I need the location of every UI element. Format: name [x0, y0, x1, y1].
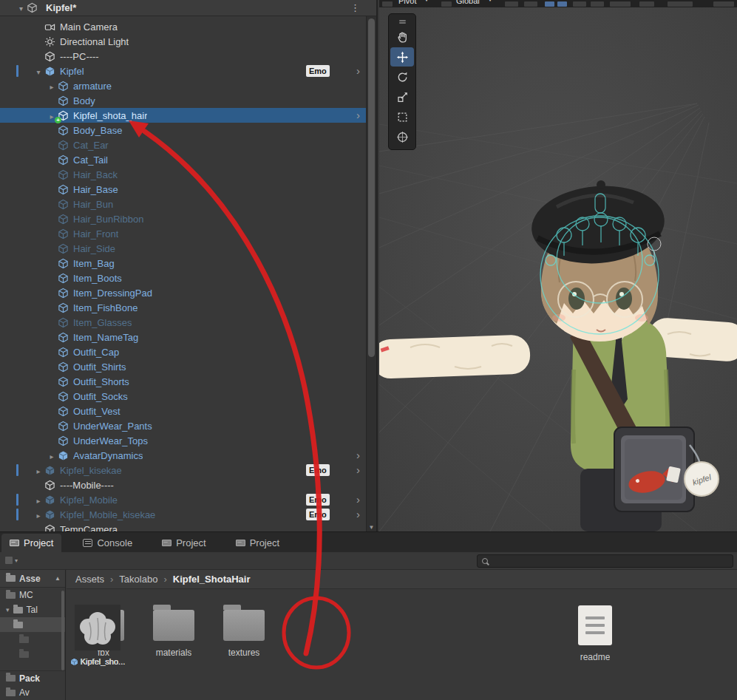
hierarchy-item-cat-tail[interactable]: Cat_Tail — [0, 152, 366, 167]
scroll-down-icon[interactable]: ▼ — [367, 524, 376, 531]
sidebar-scrollbar-thumb[interactable] — [61, 591, 64, 670]
tab-project-active[interactable]: Project — [1, 534, 61, 552]
sidebar-item-selected-folder[interactable] — [0, 617, 65, 632]
hierarchy-item-item-dressingpad[interactable]: Item_DressingPad — [0, 285, 366, 300]
chevron-right-icon[interactable] — [356, 492, 360, 507]
sidebar-item-assets[interactable]: Asse▲ — [0, 570, 65, 588]
global-icon[interactable] — [441, 1, 452, 7]
create-asset-button[interactable]: ▾ — [5, 557, 18, 564]
expand-arrow-icon[interactable] — [33, 509, 44, 520]
toolbar-dropdown-icon[interactable] — [610, 1, 631, 7]
sidebar-item-partial[interactable] — [0, 647, 65, 662]
hierarchy-item-underwear-tops[interactable]: UnderWear_Tops — [0, 433, 366, 448]
hierarchy-item-kipfel-shota-hair[interactable]: Kipfel_shota_hair — [0, 108, 366, 123]
hierarchy-item-kipfel-mobile-kisekae[interactable]: Kipfel_Mobile_kisekaeEmo — [0, 507, 366, 522]
breadcrumb-takolabo[interactable]: Takolabo — [119, 574, 157, 585]
chevron-right-icon[interactable] — [356, 64, 360, 78]
scene-collapse-arrow-icon[interactable] — [19, 2, 23, 13]
pivot-caret-icon[interactable]: ▾ — [425, 0, 428, 3]
move-tool[interactable] — [390, 47, 414, 67]
expand-arrow-icon[interactable] — [33, 66, 44, 77]
search-input[interactable] — [492, 556, 733, 566]
tool-handle-icon[interactable] — [382, 1, 393, 7]
sidebar-item-tal[interactable]: ▾Tal — [0, 602, 65, 617]
hierarchy-item-hair-bun[interactable]: Hair_Bun — [0, 197, 366, 211]
transform-tool[interactable] — [390, 127, 414, 146]
sidebar-item-mc[interactable]: MC — [0, 588, 65, 602]
folder-item-materials[interactable]: materials — [142, 599, 206, 658]
toolbar-drag-handle[interactable] — [390, 16, 414, 27]
hierarchy-item-item-nametag[interactable]: Item_NameTag — [0, 330, 366, 344]
hierarchy-item-body-base[interactable]: Body_Base — [0, 123, 366, 137]
sidebar-item-av[interactable]: Av — [0, 685, 65, 700]
scrollbar-thumb[interactable] — [368, 18, 375, 357]
hierarchy-item-main-camera[interactable]: Main Camera — [0, 19, 366, 34]
hierarchy-item-cat-ear[interactable]: Cat_Ear — [0, 137, 366, 152]
hierarchy-item-hair-bunribbon[interactable]: Hair_BunRibbon — [0, 211, 366, 226]
toolbar-toggle-icon[interactable] — [524, 1, 537, 7]
toolbar-toggle-on-icon[interactable] — [545, 1, 554, 7]
hierarchy-item-kipfel[interactable]: KipfelEmo — [0, 64, 366, 78]
context-menu-icon[interactable]: ⋮ — [350, 2, 360, 13]
chevron-right-icon[interactable] — [356, 507, 360, 522]
scene-viewport[interactable]: kipfel — [379, 0, 737, 531]
hierarchy-item-hair-side[interactable]: Hair_Side — [0, 241, 366, 256]
hierarchy-item-pc-separator[interactable]: ----PC---- — [0, 49, 366, 64]
chevron-right-icon[interactable] — [356, 448, 360, 463]
sidebar-item-packages[interactable]: Pack — [0, 670, 65, 685]
scale-tool[interactable] — [390, 87, 414, 106]
toolbar-toggle-icon[interactable] — [505, 1, 518, 7]
expand-arrow-icon[interactable] — [33, 465, 44, 476]
global-caret-icon[interactable]: ▾ — [489, 0, 492, 3]
hierarchy-scrollbar[interactable]: ▼ — [366, 16, 376, 531]
hierarchy-item-item-fishbone[interactable]: Item_FishBone — [0, 300, 366, 315]
rect-tool[interactable] — [390, 107, 414, 126]
chevron-right-icon[interactable] — [356, 463, 360, 478]
tab-project-2[interactable]: Project — [154, 534, 214, 552]
expand-arrow-icon[interactable] — [46, 81, 58, 92]
hierarchy-item-item-glasses[interactable]: Item_Glasses — [0, 315, 366, 330]
asset-item-hair-gray[interactable]: Kipfel_sho... — [66, 599, 129, 666]
global-button[interactable]: Global — [456, 0, 480, 5]
hierarchy-item-outfit-socks[interactable]: Outfit_Socks — [0, 389, 366, 404]
expand-arrow-icon[interactable] — [46, 450, 58, 461]
asset-item-readme[interactable]: readme — [563, 599, 627, 662]
hierarchy-item-tempcamera[interactable]: TempCamera — [0, 522, 366, 531]
toolbar-dropdown-icon[interactable] — [668, 1, 693, 7]
sidebar-item-partial[interactable] — [0, 632, 65, 647]
rotate-tool[interactable] — [390, 67, 414, 86]
chevron-right-icon[interactable] — [356, 108, 360, 123]
hierarchy-item-item-boots[interactable]: Item_Boots — [0, 271, 366, 285]
hierarchy-item-outfit-cap[interactable]: Outfit_Cap — [0, 344, 366, 359]
hierarchy-scene-header[interactable]: Kipfel* ⋮ — [0, 0, 376, 16]
tab-console[interactable]: Console — [75, 534, 140, 552]
tab-project-3[interactable]: Project — [228, 534, 288, 552]
hierarchy-item-directional-light[interactable]: Directional Light — [0, 34, 366, 49]
hierarchy-item-kipfel-mobile[interactable]: Kipfel_MobileEmo — [0, 492, 366, 507]
view-hand-tool[interactable] — [390, 27, 414, 47]
hierarchy-item-mobile-separator[interactable]: ----Mobile---- — [0, 478, 366, 492]
hierarchy-item-body[interactable]: Body — [0, 93, 366, 108]
breadcrumb-assets[interactable]: Assets — [75, 574, 104, 585]
toolbar-toggle-on-icon[interactable] — [557, 1, 567, 7]
hierarchy-item-outfit-shirts[interactable]: Outfit_Shirts — [0, 359, 366, 374]
hierarchy-item-armature[interactable]: armature — [0, 78, 366, 93]
toolbar-dropdown-icon[interactable] — [713, 1, 734, 7]
expand-arrow-icon[interactable]: ▾ — [6, 606, 10, 614]
toolbar-toggle-icon[interactable] — [639, 1, 654, 7]
hierarchy-item-item-bag[interactable]: Item_Bag — [0, 256, 366, 271]
hierarchy-item-underwear-pants[interactable]: UnderWear_Pants — [0, 418, 366, 433]
pivot-button[interactable]: Pivot — [398, 0, 416, 5]
breadcrumb-current-folder[interactable]: Kipfel_ShotaHair — [173, 574, 251, 585]
scroll-up-icon[interactable]: ▲ — [55, 575, 61, 582]
hierarchy-item-outfit-vest[interactable]: Outfit_Vest — [0, 404, 366, 418]
hierarchy-item-outfit-shorts[interactable]: Outfit_Shorts — [0, 374, 366, 389]
toolbar-toggle-icon[interactable] — [573, 1, 586, 7]
project-search-box[interactable] — [477, 554, 733, 568]
folder-item-textures[interactable]: textures — [212, 599, 276, 658]
expand-arrow-icon[interactable] — [33, 495, 44, 506]
hierarchy-item-avatardynamics[interactable]: AvatarDynamics — [0, 448, 366, 463]
hierarchy-item-kipfel-kisekae[interactable]: Kipfel_kisekaeEmo — [0, 463, 366, 478]
hierarchy-item-hair-base[interactable]: Hair_Base — [0, 182, 366, 197]
hierarchy-item-hair-front[interactable]: Hair_Front — [0, 226, 366, 241]
